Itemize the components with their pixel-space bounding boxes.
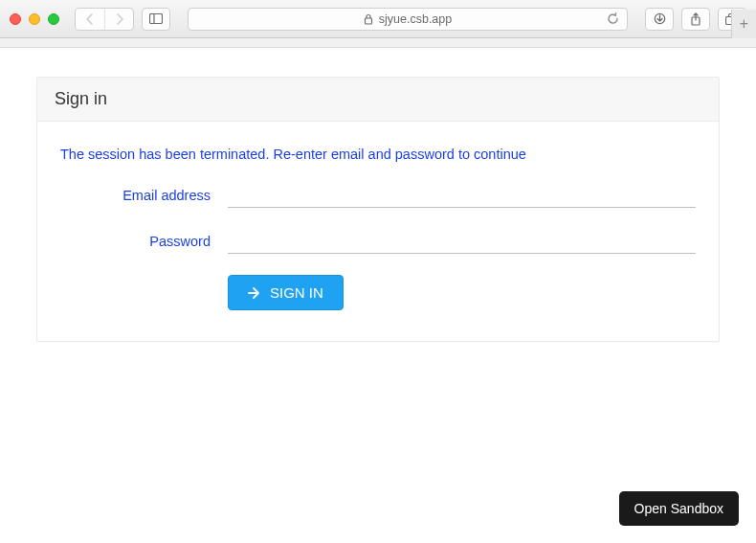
card-body: The session has been terminated. Re-ente…: [37, 122, 719, 341]
maximize-window-button[interactable]: [48, 13, 59, 25]
address-bar-container: sjyue.csb.app: [188, 8, 628, 31]
svg-rect-0: [150, 14, 163, 24]
sidebar-toggle-button[interactable]: [142, 8, 170, 31]
close-window-button[interactable]: [10, 13, 21, 25]
browser-toolbar: sjyue.csb.app: [0, 0, 756, 38]
page-content: Sign in The session has been terminated.…: [0, 48, 756, 371]
nav-buttons: [75, 8, 134, 31]
password-label: Password: [60, 234, 228, 249]
session-message: The session has been terminated. Re-ente…: [60, 147, 696, 162]
svg-rect-2: [365, 18, 371, 24]
email-field[interactable]: [228, 183, 696, 208]
signin-card: Sign in The session has been terminated.…: [36, 77, 720, 342]
open-sandbox-button[interactable]: Open Sandbox: [619, 491, 739, 526]
minimize-window-button[interactable]: [29, 13, 40, 25]
email-label: Email address: [60, 188, 228, 203]
signin-arrow-icon: [248, 286, 263, 300]
url-text: sjyue.csb.app: [379, 12, 452, 26]
password-field[interactable]: [228, 229, 696, 254]
address-bar[interactable]: sjyue.csb.app: [188, 8, 628, 31]
window-controls: [10, 13, 59, 25]
card-title: Sign in: [37, 78, 719, 122]
downloads-button[interactable]: [645, 8, 674, 31]
signin-button-label: SIGN IN: [270, 284, 323, 301]
lock-icon: [364, 13, 373, 25]
signin-button[interactable]: SIGN IN: [228, 275, 344, 310]
share-button[interactable]: [681, 8, 710, 31]
new-tab-button[interactable]: +: [731, 10, 756, 38]
back-button[interactable]: [76, 9, 104, 30]
tab-strip: +: [0, 38, 756, 48]
reload-icon[interactable]: [607, 12, 619, 25]
email-row: Email address: [60, 183, 696, 208]
password-row: Password: [60, 229, 696, 254]
forward-button[interactable]: [104, 9, 133, 30]
